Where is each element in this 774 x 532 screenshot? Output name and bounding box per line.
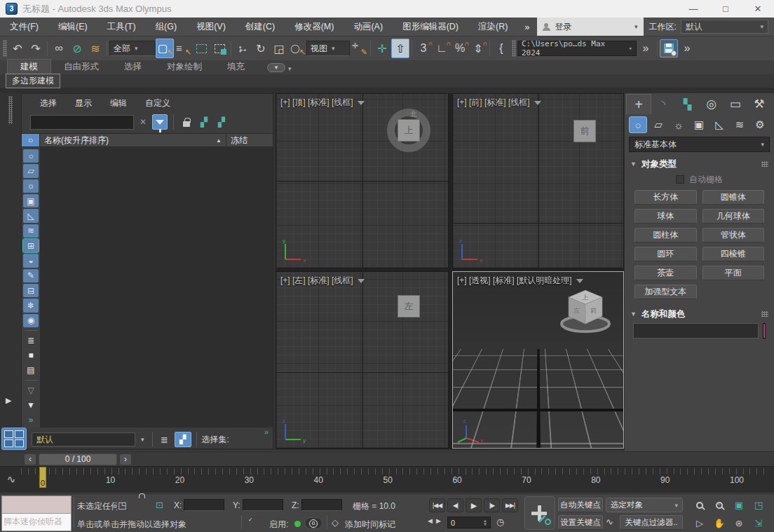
select-by-name-button[interactable]: ≡↖ <box>174 39 192 58</box>
display-frozen-toggle[interactable]: ❄ <box>23 299 39 312</box>
maximize-button[interactable]: □ <box>710 0 742 18</box>
viewport-label-text[interactable]: [+] [透视] [标准] [默认明暗处理] <box>457 275 572 287</box>
rollout-drag-handle[interactable] <box>761 311 768 317</box>
display-helpers-toggle[interactable]: ◺ <box>23 209 39 222</box>
viewport-label-text[interactable]: [+] [顶] [标准] [线框] <box>280 97 353 109</box>
column-type[interactable]: ○ <box>22 134 40 146</box>
clear-search-icon[interactable]: ✕ <box>137 117 149 127</box>
object-name-field[interactable] <box>633 323 759 339</box>
workspace-dropdown[interactable]: 默认 ▾ <box>681 20 768 34</box>
tab-modify[interactable]: ◝ <box>651 94 675 114</box>
primitive-category-dropdown[interactable]: 标准基本体 ▾ <box>629 137 770 152</box>
rollout-header[interactable]: ▼ 对象类型 <box>627 156 771 172</box>
menu-item[interactable]: 工具(T) <box>97 18 146 36</box>
current-frame-marker[interactable]: 0 <box>39 467 46 488</box>
menu-item[interactable]: 动画(A) <box>344 18 393 36</box>
ribbon-minimize-button[interactable]: ▼ <box>267 63 285 72</box>
object-type-button[interactable]: 长方体 <box>634 190 697 205</box>
use-pivot-point-center-button[interactable]: ⇧ <box>391 39 409 58</box>
close-button[interactable]: ✕ <box>742 0 774 18</box>
spinner-arrows-icon[interactable]: ▲▼ <box>483 519 487 526</box>
viewport-label-left[interactable]: [+] [左] [标准] [线框] <box>280 275 365 287</box>
viewport-left[interactable]: [+] [左] [标准] [线框] 左 y z <box>276 271 449 449</box>
object-type-button[interactable]: 茶壶 <box>634 266 697 280</box>
maximize-viewport-toggle[interactable]: ⇲ <box>750 516 767 531</box>
reference-coordinate-dropdown[interactable]: 视图 ▾ <box>306 41 350 56</box>
track-bar-ruler[interactable]: 0 102030405060708090100 <box>21 467 764 489</box>
zoom-extents-button[interactable]: ▣ <box>731 498 747 512</box>
scene-explorer-menu[interactable]: 显示 <box>75 97 92 109</box>
viewcube[interactable]: 前 <box>573 120 596 142</box>
display-lights-toggle[interactable]: ☼ <box>23 179 39 193</box>
toolbar-drag-handle[interactable] <box>3 40 7 57</box>
rollout-drag-handle[interactable] <box>761 161 768 167</box>
object-type-button[interactable]: 球体 <box>634 209 697 224</box>
bind-to-space-warp-button[interactable]: ≋ <box>86 39 104 58</box>
scene-explorer-menu[interactable]: 自定义 <box>145 97 170 109</box>
project-path-dropdown[interactable]: C:\Users\po…ds Max 2024 ▾ <box>517 41 637 56</box>
mini-curve-editor-button[interactable]: ∿ <box>3 471 20 488</box>
category-cameras[interactable]: ▣ <box>690 116 708 133</box>
viewcube[interactable]: 左 <box>398 295 420 318</box>
viewcube[interactable]: 上 <box>398 119 420 142</box>
display-containers-toggle[interactable]: ⊟ <box>23 284 39 297</box>
chevron-down-icon[interactable]: ▾ <box>288 65 292 72</box>
viewport-perspective[interactable]: [+] [透视] [标准] [默认明暗处理] 上 左 前 z x <box>452 271 624 449</box>
select-object-button[interactable]: ▢↖ <box>156 39 174 58</box>
expand-panel-arrow[interactable]: ▶ <box>6 396 11 405</box>
orbit-button[interactable]: ⊛ <box>731 516 747 531</box>
tab-hierarchy[interactable]: ▚ <box>675 94 699 114</box>
add-time-tag-button[interactable]: 添加时间标记 <box>345 519 395 531</box>
select-all-button[interactable]: ■ <box>23 348 39 362</box>
collapse-hierarchy-button[interactable]: ▞ <box>215 115 229 129</box>
select-invert-button[interactable]: ▤ <box>23 364 39 377</box>
toolbar-overflow-button[interactable]: » <box>23 414 39 427</box>
set-key-button[interactable]: 设置关键点 <box>558 515 603 530</box>
menu-item[interactable]: 渲染(R) <box>468 18 517 36</box>
menu-overflow-button[interactable]: » <box>517 22 536 32</box>
polygon-modeling-panel-tab[interactable]: 多边形建模 <box>6 74 60 88</box>
rollout-header[interactable]: ▼ 名称和颜色 <box>627 306 771 322</box>
menu-item[interactable]: 图形编辑器(D) <box>393 18 468 36</box>
panel-drag-handle[interactable] <box>8 96 13 124</box>
filter-button[interactable] <box>152 114 168 130</box>
tab-display[interactable]: ▭ <box>724 94 747 114</box>
key-mode-dropdown[interactable]: 选定对象 ▾ <box>606 498 683 512</box>
time-configuration-button[interactable]: ◷ <box>496 517 504 527</box>
viewcube-3d[interactable]: 上 左 前 <box>553 283 618 339</box>
auto-key-button[interactable]: 自动关键点 <box>558 498 603 512</box>
object-type-button[interactable]: 四棱锥 <box>702 247 765 261</box>
select-and-move-button[interactable]: ↔↕ <box>233 39 252 58</box>
viewport-label-top[interactable]: [+] [顶] [标准] [线框] <box>280 97 365 109</box>
zoom-all-button[interactable] <box>711 498 728 512</box>
y-coordinate-field[interactable] <box>243 499 283 511</box>
category-systems[interactable]: ⚙ <box>751 116 769 133</box>
app-icon[interactable]: 3 <box>6 3 18 15</box>
isolate-selection-icon[interactable]: ◳ <box>118 500 126 510</box>
field-of-view-button[interactable]: ▷ <box>691 516 708 531</box>
tab-create[interactable]: + <box>626 94 651 114</box>
window-crossing-toggle[interactable] <box>210 39 229 58</box>
expand-all-button[interactable]: ≣ <box>23 334 39 347</box>
category-shapes[interactable]: ▱ <box>649 116 667 133</box>
viewport-label-text[interactable]: [+] [前] [标准] [线框] <box>457 97 530 109</box>
edit-named-selection-sets-button[interactable]: { <box>492 39 510 58</box>
display-groups-toggle[interactable]: ⊞ <box>23 239 39 252</box>
snaps-toggle-button[interactable]: ✛ <box>373 39 391 58</box>
notification-badge[interactable]: 0 <box>304 517 322 529</box>
object-type-button[interactable]: 圆锥体 <box>702 190 765 205</box>
overflow-icon[interactable]: » <box>264 428 269 436</box>
object-type-button[interactable]: 平面 <box>702 266 765 280</box>
display-xrefs-toggle[interactable]: ✎ <box>23 269 39 282</box>
go-to-end-button[interactable]: ▶▶| <box>502 498 518 512</box>
unlink-button[interactable]: ⊘ <box>68 39 86 58</box>
ribbon-tab[interactable]: 选择 <box>111 60 154 74</box>
viewport-label-front[interactable]: [+] [前] [标准] [线框] <box>457 97 541 109</box>
filter-button[interactable]: ▼ <box>23 398 39 411</box>
3d-snap-toggle[interactable]: 3∩ <box>414 39 433 58</box>
tab-utilities[interactable]: ⚒ <box>747 94 771 114</box>
object-type-button[interactable]: 圆环 <box>634 247 697 261</box>
spinner-snap-toggle[interactable]: ⇕∩ <box>469 39 487 58</box>
key-filters-button[interactable]: 关键点过滤器.. <box>620 515 683 530</box>
per-view-filter-icon[interactable] <box>358 279 365 283</box>
